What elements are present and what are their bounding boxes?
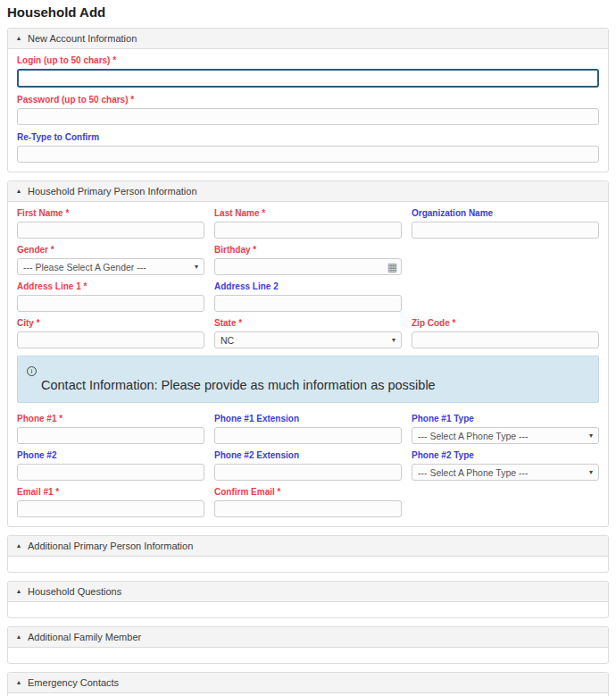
organization-name-label: Organization Name xyxy=(412,208,599,219)
address-line-1-label: Address Line 1 * xyxy=(17,281,204,292)
row-address: Address Line 1 * Address Line 2 xyxy=(17,281,599,312)
collapse-icon: ▴ xyxy=(17,633,21,641)
contact-info-banner-text: Contact Information: Please provide as m… xyxy=(41,378,589,392)
section-body-household-questions xyxy=(8,602,608,617)
confirm-email-input[interactable] xyxy=(214,500,402,517)
section-title: Additional Family Member xyxy=(28,632,141,642)
section-new-account: ▴ New Account Information Login (up to 5… xyxy=(7,28,609,172)
password-input[interactable] xyxy=(17,108,599,125)
phone-1-extension-label: Phone #1 Extension xyxy=(214,414,402,424)
email-1-label: Email #1 * xyxy=(17,487,204,498)
phone-2-type-label: Phone #2 Type xyxy=(412,450,599,461)
section-title: Additional Primary Person Information xyxy=(28,541,193,551)
collapse-icon: ▴ xyxy=(17,35,21,42)
household-add-page: Household Add ▴ New Account Information … xyxy=(0,0,616,696)
field-password: Password (up to 50 chars) * xyxy=(17,95,599,125)
field-phone-1-type: Phone #1 Type --- Select A Phone Type --… xyxy=(412,414,599,444)
phone-1-type-selected-value: --- Select A Phone Type --- xyxy=(418,431,529,441)
row-city-state-zip: City * State * NC ▾ Zip Code * xyxy=(17,318,599,348)
zip-code-label: Zip Code * xyxy=(412,318,599,329)
field-city: City * xyxy=(17,318,204,348)
phone-2-input[interactable] xyxy=(17,464,204,481)
phone-1-label: Phone #1 * xyxy=(17,414,204,424)
login-label: Login (up to 50 chars) * xyxy=(17,55,599,66)
state-select[interactable]: NC ▾ xyxy=(214,331,402,348)
field-address-line-1: Address Line 1 * xyxy=(17,281,204,312)
section-title: Household Primary Person Information xyxy=(28,186,197,197)
field-email-1: Email #1 * xyxy=(17,487,204,517)
state-selected-value: NC xyxy=(221,335,234,346)
login-input[interactable] xyxy=(17,69,599,88)
section-header-household-questions[interactable]: ▴ Household Questions xyxy=(8,582,608,602)
address-line-1-input[interactable] xyxy=(17,295,204,312)
field-phone-2-extension: Phone #2 Extension xyxy=(214,450,402,481)
password-label: Password (up to 50 chars) * xyxy=(17,95,599,105)
section-header-additional-primary-info[interactable]: ▴ Additional Primary Person Information xyxy=(8,536,608,557)
phone-2-label: Phone #2 xyxy=(17,450,204,461)
page-title: Household Add xyxy=(7,4,609,20)
zip-code-input[interactable] xyxy=(412,331,599,348)
field-phone-2-type: Phone #2 Type --- Select A Phone Type --… xyxy=(412,450,599,481)
section-header-primary-person[interactable]: ▴ Household Primary Person Information xyxy=(8,181,608,202)
phone-1-type-select[interactable]: --- Select A Phone Type --- ▾ xyxy=(412,427,599,444)
city-label: City * xyxy=(17,318,204,329)
field-retype-password: Re-Type to Confirm xyxy=(17,132,599,163)
section-additional-family-member: ▴ Additional Family Member xyxy=(7,626,609,664)
chevron-down-icon: ▾ xyxy=(589,432,593,440)
organization-name-input[interactable] xyxy=(412,222,599,239)
collapse-icon: ▴ xyxy=(17,188,21,195)
last-name-input[interactable] xyxy=(214,222,402,239)
section-household-questions: ▴ Household Questions xyxy=(7,581,609,618)
section-additional-primary-info: ▴ Additional Primary Person Information xyxy=(7,535,609,573)
chevron-down-icon: ▾ xyxy=(589,468,593,476)
field-first-name: First Name * xyxy=(17,208,204,239)
field-phone-1-extension: Phone #1 Extension xyxy=(214,414,402,444)
gender-label: Gender * xyxy=(17,245,204,256)
row-phone-1: Phone #1 * Phone #1 Extension Phone #1 T… xyxy=(17,414,599,444)
field-state: State * NC ▾ xyxy=(214,318,402,348)
field-phone-1: Phone #1 * xyxy=(17,414,204,444)
chevron-down-icon: ▾ xyxy=(392,336,395,344)
spacer-cell xyxy=(412,487,599,517)
section-title: Household Questions xyxy=(28,586,121,597)
phone-2-extension-input[interactable] xyxy=(214,464,402,481)
section-body-additional-family-member xyxy=(8,648,608,663)
field-address-line-2: Address Line 2 xyxy=(214,281,402,312)
spacer-cell xyxy=(412,281,599,312)
row-gender-birthday: Gender * --- Please Select A Gender --- … xyxy=(17,245,599,275)
field-gender: Gender * --- Please Select A Gender --- … xyxy=(17,245,204,275)
phone-1-extension-input[interactable] xyxy=(214,427,402,444)
city-input[interactable] xyxy=(17,331,204,348)
address-line-2-input[interactable] xyxy=(214,295,402,312)
row-names: First Name * Last Name * Organization Na… xyxy=(17,208,599,239)
section-title: Emergency Contacts xyxy=(28,677,119,688)
collapse-icon: ▴ xyxy=(17,588,21,595)
row-email: Email #1 * Confirm Email * xyxy=(17,487,599,517)
field-birthday: Birthday * ▦ xyxy=(214,245,402,275)
section-emergency-contacts: ▴ Emergency Contacts xyxy=(7,672,609,696)
field-phone-2: Phone #2 xyxy=(17,450,204,481)
phone-1-input[interactable] xyxy=(17,427,204,444)
retype-password-label: Re-Type to Confirm xyxy=(17,132,599,143)
section-header-new-account[interactable]: ▴ New Account Information xyxy=(8,29,608,49)
chevron-down-icon: ▾ xyxy=(195,263,198,271)
retype-password-input[interactable] xyxy=(17,146,599,163)
confirm-email-label: Confirm Email * xyxy=(214,487,402,498)
first-name-input[interactable] xyxy=(17,222,204,239)
gender-select[interactable]: --- Please Select A Gender --- ▾ xyxy=(17,258,204,275)
collapse-icon: ▴ xyxy=(17,679,21,686)
phone-2-type-select[interactable]: --- Select A Phone Type --- ▾ xyxy=(412,464,599,481)
section-header-additional-family-member[interactable]: ▴ Additional Family Member xyxy=(8,627,608,648)
section-header-emergency-contacts[interactable]: ▴ Emergency Contacts xyxy=(8,673,608,693)
field-confirm-email: Confirm Email * xyxy=(214,487,402,517)
field-last-name: Last Name * xyxy=(214,208,402,239)
row-phone-2: Phone #2 Phone #2 Extension Phone #2 Typ… xyxy=(17,450,599,481)
spacer-cell xyxy=(412,245,599,275)
phone-2-type-selected-value: --- Select A Phone Type --- xyxy=(418,467,529,478)
address-line-2-label: Address Line 2 xyxy=(214,281,402,292)
field-login: Login (up to 50 chars) * xyxy=(17,55,599,88)
calendar-icon[interactable]: ▦ xyxy=(387,262,397,273)
email-1-input[interactable] xyxy=(17,500,204,517)
birthday-input[interactable] xyxy=(214,258,402,275)
phone-2-extension-label: Phone #2 Extension xyxy=(214,450,402,461)
